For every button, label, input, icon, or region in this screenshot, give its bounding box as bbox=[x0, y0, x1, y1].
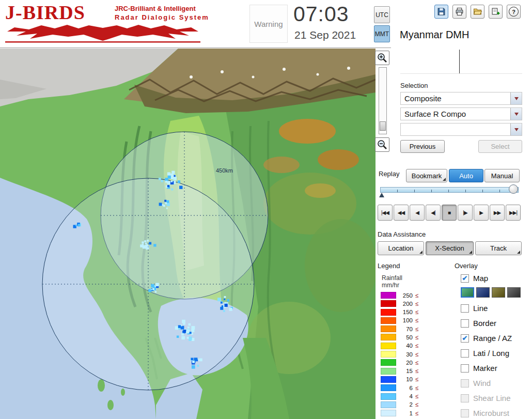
checkbox[interactable] bbox=[461, 304, 469, 313]
header-divider bbox=[0, 48, 391, 48]
legend-color-swatch bbox=[381, 334, 396, 340]
manual-button[interactable]: Manual bbox=[484, 169, 520, 182]
app-subtitle-line1: JRC-Brilliant & Intelligent bbox=[115, 5, 196, 12]
legend-row: 70≤ bbox=[381, 325, 437, 332]
legend-color-swatch bbox=[381, 317, 396, 324]
overlay-item-label: Lati / Long bbox=[473, 349, 509, 358]
legend-row: 50≤ bbox=[381, 334, 437, 340]
dropdown-product[interactable]: Surface R Compo bbox=[400, 107, 522, 120]
legend-row: 100≤ bbox=[381, 317, 437, 324]
zoom-slider-thumb[interactable] bbox=[380, 121, 386, 131]
zoom-slider-track[interactable] bbox=[379, 67, 387, 134]
map-color-swatch[interactable] bbox=[461, 287, 474, 298]
x-section-button[interactable]: X-Section bbox=[426, 241, 474, 255]
print-icon bbox=[455, 7, 464, 16]
print-button[interactable] bbox=[452, 5, 466, 19]
range-ring-label: 450km bbox=[216, 167, 233, 174]
checkbox bbox=[461, 379, 469, 387]
zoom-in-icon bbox=[377, 52, 388, 64]
dropdown-extra[interactable] bbox=[400, 123, 522, 136]
legend-value: 250 bbox=[398, 292, 413, 299]
previous-button[interactable]: Previous bbox=[400, 140, 445, 153]
overlay-item-border[interactable]: Border bbox=[461, 319, 531, 328]
checkbox[interactable] bbox=[461, 364, 469, 373]
clock-date: 21 Sep 2021 bbox=[294, 29, 356, 41]
overlay-item-line[interactable]: Line bbox=[461, 304, 531, 313]
overlay-item-label: Microburst bbox=[473, 409, 509, 417]
legend-row: 150≤ bbox=[381, 309, 437, 316]
overlay-item-range-az[interactable]: ✔Range / AZ bbox=[461, 334, 531, 343]
overlay-item-map[interactable]: ✔Map bbox=[461, 274, 531, 283]
legend-color-swatch bbox=[381, 309, 396, 316]
import-button[interactable] bbox=[489, 5, 503, 19]
legend-label: Legend bbox=[378, 262, 400, 270]
select-button[interactable]: Select bbox=[478, 140, 522, 153]
transport-fast-forward-button[interactable]: ▶▶ bbox=[490, 205, 505, 221]
zoom-out-button[interactable] bbox=[375, 137, 389, 152]
track-button[interactable]: Track bbox=[475, 241, 522, 255]
chevron-down-icon[interactable] bbox=[510, 108, 522, 120]
legend-lte-symbol: ≤ bbox=[415, 309, 418, 315]
map-color-swatch[interactable] bbox=[476, 287, 490, 298]
overlay-item-label: Shear Line bbox=[473, 394, 511, 402]
app-subtitle-line2: Radar Dialogic System bbox=[115, 13, 209, 21]
location-button[interactable]: Location bbox=[378, 241, 424, 255]
transport-rewind-button[interactable]: ◀◀ bbox=[394, 205, 409, 221]
utc-toggle-button[interactable]: UTC bbox=[374, 6, 390, 23]
zoom-in-button[interactable] bbox=[375, 51, 389, 65]
help-button[interactable]: ? bbox=[507, 5, 521, 19]
transport-step-forward-button[interactable]: |▶ bbox=[458, 205, 473, 221]
map-color-swatch[interactable] bbox=[492, 287, 505, 298]
dropdown-value: Surface R Compo bbox=[401, 110, 510, 118]
legend-lte-symbol: ≤ bbox=[415, 301, 418, 307]
legend-row: 15≤ bbox=[381, 368, 437, 375]
legend-color-swatch bbox=[381, 401, 396, 408]
overlay-label: Overlay bbox=[455, 262, 478, 270]
legend-color-swatch bbox=[381, 359, 396, 366]
save-button[interactable] bbox=[434, 5, 448, 19]
folder-open-icon bbox=[473, 7, 482, 16]
checkbox[interactable]: ✔ bbox=[461, 274, 469, 283]
legend-lte-symbol: ≤ bbox=[415, 292, 418, 299]
chevron-down-icon[interactable] bbox=[510, 123, 522, 135]
legend-value: 70 bbox=[398, 326, 413, 332]
overlay-item-lati-long[interactable]: Lati / Long bbox=[461, 349, 531, 358]
transport-play-button[interactable]: ▶ bbox=[474, 205, 489, 221]
legend-value: 200 bbox=[398, 301, 413, 307]
checkbox[interactable]: ✔ bbox=[461, 334, 469, 343]
legend-color-swatch bbox=[381, 325, 396, 332]
header: J-BIRDS JRC-Brilliant & Intelligent Rada… bbox=[0, 0, 532, 49]
radar-map[interactable]: 450km bbox=[0, 49, 375, 419]
transport-play-back-button[interactable]: ◀ bbox=[410, 205, 425, 221]
bookmark-button[interactable]: Bookmark bbox=[406, 169, 447, 182]
overlay-item-label: Range / AZ bbox=[473, 334, 512, 343]
replay-slider-ticks bbox=[381, 190, 518, 192]
clock-time: 07:03 bbox=[293, 2, 349, 26]
mmt-toggle-button[interactable]: MMT bbox=[374, 25, 390, 42]
legend-color-swatch bbox=[381, 351, 396, 358]
checkbox[interactable] bbox=[461, 319, 469, 328]
replay-slider-handle[interactable] bbox=[509, 184, 518, 194]
transport-last-button[interactable]: ▶▶| bbox=[506, 205, 521, 221]
dropdown-composite[interactable]: Composite bbox=[400, 92, 522, 105]
checkbox[interactable] bbox=[461, 349, 469, 358]
legend-row: 30≤ bbox=[381, 351, 437, 358]
auto-button[interactable]: Auto bbox=[449, 169, 483, 182]
legend-row: 200≤ bbox=[381, 300, 437, 307]
replay-slider-track[interactable] bbox=[380, 187, 519, 193]
legend-value: 10 bbox=[398, 376, 413, 382]
transport-first-button[interactable]: |◀◀ bbox=[378, 205, 393, 221]
legend-lte-symbol: ≤ bbox=[415, 401, 418, 408]
legend-value: 50 bbox=[398, 334, 413, 340]
transport-stop-button[interactable]: ■ bbox=[442, 205, 457, 221]
overlay-item-label: Line bbox=[473, 304, 488, 313]
open-file-button[interactable] bbox=[471, 5, 484, 19]
overlay-item-label: Marker bbox=[473, 364, 497, 373]
overlay-item-wind: Wind bbox=[461, 379, 531, 387]
chevron-down-icon[interactable] bbox=[510, 92, 522, 104]
overlay-item-marker[interactable]: Marker bbox=[461, 364, 531, 373]
map-color-swatch[interactable] bbox=[507, 287, 521, 298]
transport-step-back-button[interactable]: ◀| bbox=[426, 205, 441, 221]
legend-lte-symbol: ≤ bbox=[415, 351, 418, 358]
overlay-item-microburst: Microburst bbox=[461, 409, 531, 417]
